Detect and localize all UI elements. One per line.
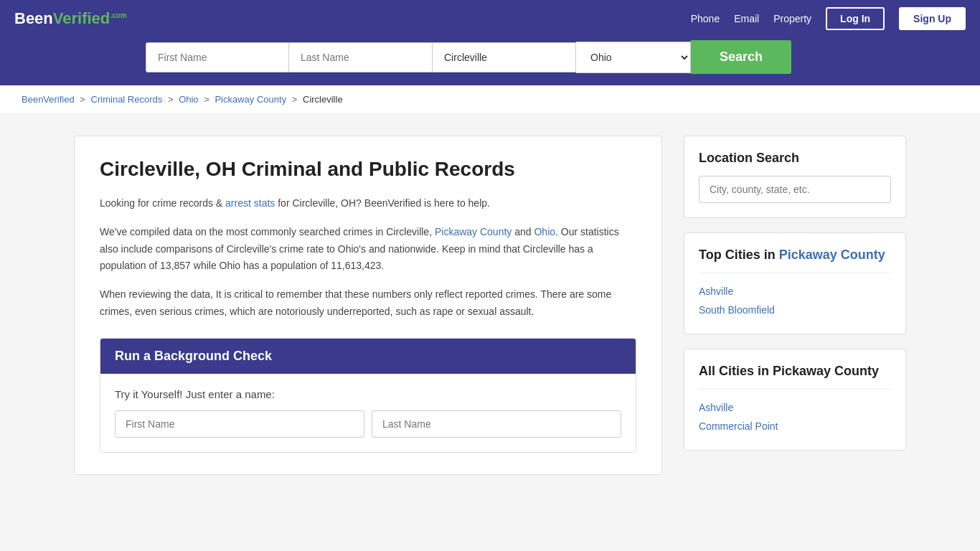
nav-property-link[interactable]: Property	[773, 13, 811, 24]
search-bar: Ohio Search	[146, 30, 834, 85]
bg-check-header: Run a Background Check	[100, 339, 636, 374]
main-container: Circleville, OH Criminal and Public Reco…	[60, 136, 920, 475]
header: BeenVerified.com Phone Email Property Lo…	[0, 0, 980, 85]
bg-check-body: Try it Yourself! Just enter a name:	[100, 374, 636, 452]
para1-before: Looking for crime records &	[100, 197, 225, 209]
breadcrumb-current: Circleville	[303, 94, 343, 105]
top-cities-title-before: Top Cities in	[699, 248, 779, 262]
nav-email-link[interactable]: Email	[734, 13, 759, 24]
bg-check-inputs	[115, 410, 621, 438]
page-title: Circleville, OH Criminal and Public Reco…	[100, 158, 636, 181]
top-cities-divider	[699, 273, 891, 273]
location-search-box: Location Search	[684, 136, 906, 218]
pickaway-county-link[interactable]: Pickaway County	[435, 226, 512, 237]
logo: BeenVerified.com	[14, 9, 127, 28]
breadcrumb: BeenVerified > Criminal Records > Ohio >…	[0, 85, 980, 114]
breadcrumb-sep4: >	[292, 94, 298, 105]
top-cities-box: Top Cities in Pickaway County Ashville S…	[684, 232, 906, 334]
para2-mid: and	[512, 226, 534, 237]
logo-verified-text: Verified.com	[53, 9, 127, 28]
login-button[interactable]: Log In	[826, 7, 885, 30]
arrest-stats-link[interactable]: arrest stats	[225, 197, 275, 209]
state-select[interactable]: Ohio	[576, 42, 691, 73]
nav-phone-link[interactable]: Phone	[691, 13, 720, 24]
sidebar: Location Search Top Cities in Pickaway C…	[684, 136, 906, 451]
all-city-commercial-point[interactable]: Commercial Point	[699, 417, 891, 435]
breadcrumb-criminal-records[interactable]: Criminal Records	[91, 94, 163, 105]
header-top: BeenVerified.com Phone Email Property Lo…	[14, 0, 966, 30]
content-left: Circleville, OH Criminal and Public Reco…	[74, 136, 662, 475]
bg-check-label: Try it Yourself! Just enter a name:	[115, 388, 621, 400]
breadcrumb-sep1: >	[80, 94, 85, 105]
bg-check-last-name[interactable]	[372, 410, 621, 438]
all-cities-divider	[699, 389, 891, 390]
paragraph-3: When reviewing the data, It is critical …	[100, 286, 636, 321]
signup-button[interactable]: Sign Up	[899, 7, 966, 30]
para2-before: We've compiled data on the most commonly…	[100, 226, 435, 237]
paragraph-1: Looking for crime records & arrest stats…	[100, 195, 636, 212]
top-cities-title-link: Pickaway County	[779, 248, 885, 262]
last-name-input[interactable]	[289, 42, 433, 72]
breadcrumb-pickaway-county[interactable]: Pickaway County	[215, 94, 286, 105]
first-name-input[interactable]	[146, 42, 289, 72]
top-city-ashville[interactable]: Ashville	[699, 282, 891, 301]
city-input[interactable]	[433, 42, 576, 72]
breadcrumb-sep3: >	[204, 94, 209, 105]
all-city-ashville[interactable]: Ashville	[699, 398, 891, 417]
location-search-input[interactable]	[699, 176, 891, 203]
bg-check-first-name[interactable]	[115, 410, 364, 438]
top-cities-title: Top Cities in Pickaway County	[699, 248, 891, 263]
ohio-link[interactable]: Ohio	[534, 226, 555, 237]
background-check-box: Run a Background Check Try it Yourself! …	[100, 338, 636, 453]
location-search-title: Location Search	[699, 151, 891, 166]
all-cities-title: All Cities in Pickaway County	[699, 364, 891, 379]
all-cities-box: All Cities in Pickaway County Ashville C…	[684, 349, 906, 451]
paragraph-2: We've compiled data on the most commonly…	[100, 224, 636, 275]
breadcrumb-ohio[interactable]: Ohio	[179, 94, 198, 105]
breadcrumb-sep2: >	[168, 94, 174, 105]
para1-after: for Circleville, OH? BeenVerified is her…	[275, 197, 490, 209]
breadcrumb-beenverified[interactable]: BeenVerified	[22, 94, 75, 105]
search-button[interactable]: Search	[691, 40, 791, 74]
nav-links: Phone Email Property Log In Sign Up	[691, 7, 966, 30]
logo-been-text: Been	[14, 9, 53, 28]
top-city-south-bloomfield[interactable]: South Bloomfield	[699, 301, 891, 319]
